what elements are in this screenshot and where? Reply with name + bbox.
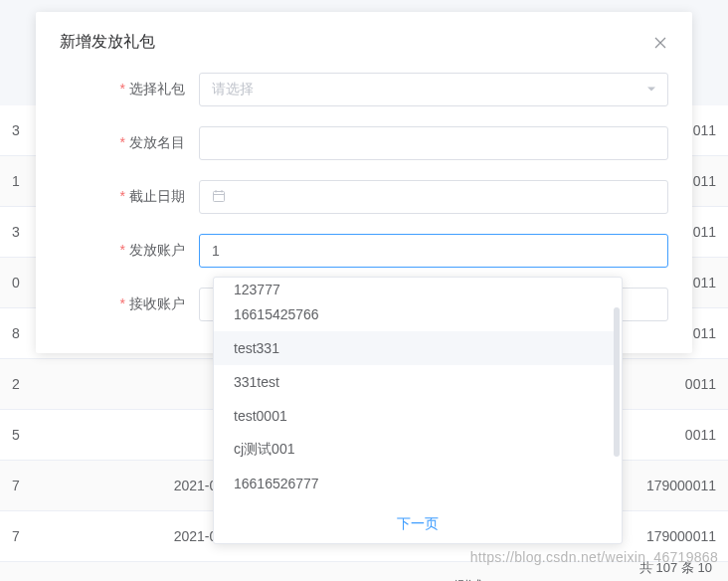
dropdown-item[interactable]: 16616526777 bbox=[214, 467, 616, 500]
dropdown-list: 123777 16615425766 test331 331test test0… bbox=[214, 278, 622, 504]
calendar-icon bbox=[212, 189, 226, 206]
issue-name-input[interactable] bbox=[199, 126, 668, 160]
field-label: *发放账户 bbox=[60, 242, 199, 260]
svg-rect-0 bbox=[214, 191, 225, 201]
select-gift-dropdown[interactable]: 请选择 bbox=[199, 73, 668, 106]
chevron-down-icon bbox=[647, 85, 655, 96]
dropdown-next-page[interactable]: 下一页 bbox=[214, 504, 622, 543]
modal-title: 新增发放礼包 bbox=[60, 32, 155, 53]
cell: 0011 bbox=[685, 376, 716, 392]
cell: 179000011 bbox=[646, 478, 716, 493]
field-label: *截止日期 bbox=[60, 188, 199, 206]
dropdown-item[interactable]: test331 bbox=[214, 331, 616, 365]
cell: 2 bbox=[12, 376, 42, 392]
field-issue-name: *发放名目 bbox=[60, 126, 668, 160]
dropdown-item[interactable]: 331test bbox=[214, 365, 616, 399]
cell: 7 bbox=[12, 528, 42, 544]
field-select-gift: *选择礼包 请选择 bbox=[60, 73, 668, 106]
dropdown-item[interactable]: 123777 bbox=[214, 282, 616, 297]
modal-header: 新增发放礼包 bbox=[36, 12, 692, 67]
field-label: *接收账户 bbox=[60, 295, 199, 313]
field-label: *发放名目 bbox=[60, 134, 199, 152]
field-deadline: *截止日期 bbox=[60, 180, 668, 214]
dropdown-item[interactable]: 16615425766 bbox=[214, 297, 616, 331]
scrollbar-thumb[interactable] bbox=[614, 307, 620, 457]
close-icon[interactable] bbox=[652, 35, 668, 51]
field-issue-account: *发放账户 bbox=[60, 234, 668, 268]
select-placeholder: 请选择 bbox=[212, 81, 254, 98]
watermark: https://blog.csdn.net/weixin_46719868 bbox=[470, 549, 718, 565]
cell: 5 bbox=[12, 427, 42, 443]
cell: 179000011 bbox=[646, 528, 716, 544]
dropdown-item[interactable]: cj测试001 bbox=[214, 433, 616, 467]
cell: 7 bbox=[12, 478, 42, 493]
cell: 0011 bbox=[685, 427, 716, 443]
autocomplete-dropdown: 123777 16615425766 test331 331test test0… bbox=[213, 277, 623, 544]
issue-account-input[interactable] bbox=[199, 234, 668, 268]
field-label: *选择礼包 bbox=[60, 81, 199, 98]
dropdown-item[interactable]: test0001 bbox=[214, 399, 616, 433]
deadline-date-input[interactable] bbox=[199, 180, 668, 214]
